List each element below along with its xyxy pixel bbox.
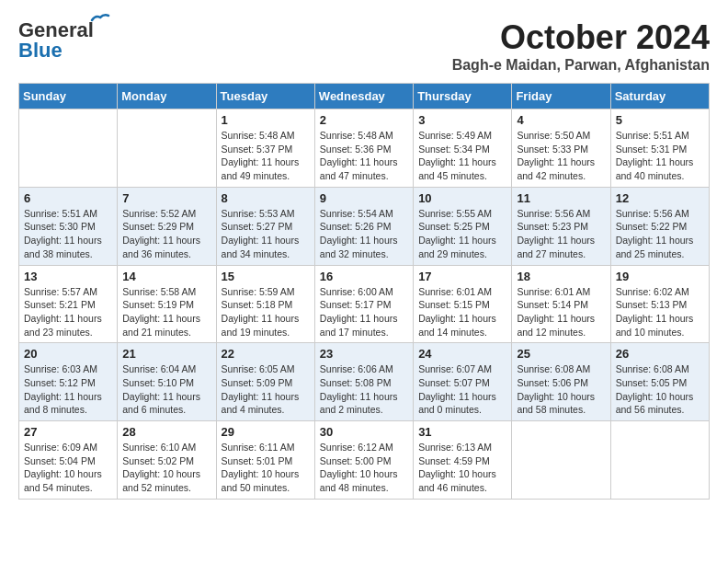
page-header: General Blue October 2024 Bagh-e Maidan,…: [18, 18, 710, 74]
day-info: Sunrise: 5:56 AM Sunset: 5:23 PM Dayligh…: [517, 207, 605, 261]
day-number: 15: [222, 270, 310, 283]
day-number: 18: [517, 270, 605, 283]
day-number: 14: [122, 270, 210, 283]
day-number: 5: [616, 113, 704, 127]
calendar-cell: [19, 109, 118, 188]
day-info: Sunrise: 5:51 AM Sunset: 5:31 PM Dayligh…: [616, 129, 704, 183]
day-info: Sunrise: 5:56 AM Sunset: 5:22 PM Dayligh…: [616, 207, 704, 261]
day-number: 12: [616, 191, 704, 205]
calendar-cell: 31Sunrise: 6:13 AM Sunset: 4:59 PM Dayli…: [414, 421, 512, 500]
calendar-cell: 16Sunrise: 6:00 AM Sunset: 5:17 PM Dayli…: [314, 265, 413, 343]
day-number: 26: [616, 347, 704, 361]
day-number: 22: [222, 347, 310, 361]
day-number: 21: [122, 347, 210, 361]
calendar-cell: 21Sunrise: 6:04 AM Sunset: 5:10 PM Dayli…: [118, 343, 216, 421]
day-info: Sunrise: 6:08 AM Sunset: 5:06 PM Dayligh…: [517, 362, 605, 417]
day-number: 29: [222, 425, 310, 439]
calendar-cell: 6Sunrise: 5:51 AM Sunset: 5:30 PM Daylig…: [19, 187, 118, 265]
location: Bagh-e Maidan, Parwan, Afghanistan: [452, 57, 710, 74]
day-info: Sunrise: 6:07 AM Sunset: 5:07 PM Dayligh…: [418, 362, 506, 417]
weekday-header: Sunday: [19, 84, 118, 109]
calendar-cell: 1Sunrise: 5:48 AM Sunset: 5:37 PM Daylig…: [216, 109, 314, 188]
day-number: 13: [24, 270, 112, 283]
title-block: October 2024 Bagh-e Maidan, Parwan, Afgh…: [452, 18, 710, 74]
calendar-cell: 24Sunrise: 6:07 AM Sunset: 5:07 PM Dayli…: [414, 343, 512, 421]
calendar-cell: 2Sunrise: 5:48 AM Sunset: 5:36 PM Daylig…: [314, 109, 413, 188]
day-number: 17: [418, 270, 506, 283]
calendar-cell: [118, 109, 216, 188]
day-number: 6: [24, 191, 112, 205]
day-info: Sunrise: 6:12 AM Sunset: 5:00 PM Dayligh…: [320, 441, 408, 495]
day-info: Sunrise: 5:48 AM Sunset: 5:37 PM Dayligh…: [222, 129, 310, 183]
day-info: Sunrise: 6:09 AM Sunset: 5:04 PM Dayligh…: [24, 441, 112, 495]
day-number: 24: [418, 347, 506, 361]
calendar-cell: [610, 421, 709, 500]
calendar-cell: 23Sunrise: 6:06 AM Sunset: 5:08 PM Dayli…: [314, 343, 413, 421]
weekday-header: Saturday: [610, 84, 709, 109]
day-number: 27: [24, 425, 112, 439]
day-number: 8: [222, 191, 310, 205]
calendar-week-row: 1Sunrise: 5:48 AM Sunset: 5:37 PM Daylig…: [19, 109, 710, 188]
day-number: 16: [320, 270, 408, 283]
day-number: 1: [222, 113, 310, 127]
day-number: 28: [122, 425, 210, 439]
day-info: Sunrise: 5:53 AM Sunset: 5:27 PM Dayligh…: [222, 207, 310, 261]
calendar-cell: 26Sunrise: 6:08 AM Sunset: 5:05 PM Dayli…: [610, 343, 709, 421]
day-info: Sunrise: 6:11 AM Sunset: 5:01 PM Dayligh…: [222, 441, 310, 495]
day-number: 10: [418, 191, 506, 205]
weekday-header: Wednesday: [314, 84, 413, 109]
calendar-cell: 19Sunrise: 6:02 AM Sunset: 5:13 PM Dayli…: [610, 265, 709, 343]
day-number: 31: [418, 425, 506, 439]
calendar-cell: 12Sunrise: 5:56 AM Sunset: 5:22 PM Dayli…: [610, 187, 709, 265]
day-info: Sunrise: 6:05 AM Sunset: 5:09 PM Dayligh…: [222, 362, 310, 417]
calendar-cell: 3Sunrise: 5:49 AM Sunset: 5:34 PM Daylig…: [414, 109, 512, 188]
day-info: Sunrise: 6:02 AM Sunset: 5:13 PM Dayligh…: [616, 285, 704, 339]
day-info: Sunrise: 6:01 AM Sunset: 5:14 PM Dayligh…: [517, 285, 605, 339]
day-number: 3: [418, 113, 506, 127]
day-number: 4: [517, 113, 605, 127]
calendar-table: SundayMondayTuesdayWednesdayThursdayFrid…: [18, 83, 710, 500]
calendar-cell: 13Sunrise: 5:57 AM Sunset: 5:21 PM Dayli…: [19, 265, 118, 343]
calendar-header-row: SundayMondayTuesdayWednesdayThursdayFrid…: [19, 84, 710, 109]
weekday-header: Friday: [512, 84, 610, 109]
day-info: Sunrise: 5:54 AM Sunset: 5:26 PM Dayligh…: [320, 207, 408, 261]
calendar-cell: 18Sunrise: 6:01 AM Sunset: 5:14 PM Dayli…: [512, 265, 610, 343]
calendar-cell: 14Sunrise: 5:58 AM Sunset: 5:19 PM Dayli…: [118, 265, 216, 343]
day-info: Sunrise: 6:06 AM Sunset: 5:08 PM Dayligh…: [320, 362, 408, 417]
weekday-header: Monday: [118, 84, 216, 109]
calendar-cell: 22Sunrise: 6:05 AM Sunset: 5:09 PM Dayli…: [216, 343, 314, 421]
day-number: 30: [320, 425, 408, 439]
weekday-header: Thursday: [414, 84, 512, 109]
calendar-week-row: 27Sunrise: 6:09 AM Sunset: 5:04 PM Dayli…: [19, 421, 710, 500]
logo-bird-icon: [90, 13, 110, 28]
calendar-cell: [512, 421, 610, 500]
calendar-cell: 30Sunrise: 6:12 AM Sunset: 5:00 PM Dayli…: [314, 421, 413, 500]
day-info: Sunrise: 6:00 AM Sunset: 5:17 PM Dayligh…: [320, 285, 408, 339]
day-info: Sunrise: 6:04 AM Sunset: 5:10 PM Dayligh…: [122, 362, 210, 417]
calendar-cell: 8Sunrise: 5:53 AM Sunset: 5:27 PM Daylig…: [216, 187, 314, 265]
day-number: 20: [24, 347, 112, 361]
calendar-cell: 25Sunrise: 6:08 AM Sunset: 5:06 PM Dayli…: [512, 343, 610, 421]
day-info: Sunrise: 5:49 AM Sunset: 5:34 PM Dayligh…: [418, 129, 506, 183]
day-info: Sunrise: 6:03 AM Sunset: 5:12 PM Dayligh…: [24, 362, 112, 417]
month-title: October 2024: [452, 18, 710, 57]
calendar-cell: 11Sunrise: 5:56 AM Sunset: 5:23 PM Dayli…: [512, 187, 610, 265]
calendar-week-row: 20Sunrise: 6:03 AM Sunset: 5:12 PM Dayli…: [19, 343, 710, 421]
calendar-cell: 10Sunrise: 5:55 AM Sunset: 5:25 PM Dayli…: [414, 187, 512, 265]
day-info: Sunrise: 5:57 AM Sunset: 5:21 PM Dayligh…: [24, 285, 112, 339]
calendar-cell: 7Sunrise: 5:52 AM Sunset: 5:29 PM Daylig…: [118, 187, 216, 265]
day-info: Sunrise: 5:52 AM Sunset: 5:29 PM Dayligh…: [122, 207, 210, 261]
day-info: Sunrise: 6:13 AM Sunset: 4:59 PM Dayligh…: [418, 441, 506, 495]
calendar-week-row: 6Sunrise: 5:51 AM Sunset: 5:30 PM Daylig…: [19, 187, 710, 265]
day-number: 23: [320, 347, 408, 361]
calendar-cell: 15Sunrise: 5:59 AM Sunset: 5:18 PM Dayli…: [216, 265, 314, 343]
calendar-cell: 4Sunrise: 5:50 AM Sunset: 5:33 PM Daylig…: [512, 109, 610, 188]
day-info: Sunrise: 6:01 AM Sunset: 5:15 PM Dayligh…: [418, 285, 506, 339]
day-info: Sunrise: 6:08 AM Sunset: 5:05 PM Dayligh…: [616, 362, 704, 417]
calendar-cell: 29Sunrise: 6:11 AM Sunset: 5:01 PM Dayli…: [216, 421, 314, 500]
calendar-cell: 5Sunrise: 5:51 AM Sunset: 5:31 PM Daylig…: [610, 109, 709, 188]
logo: General Blue: [18, 18, 94, 63]
day-info: Sunrise: 5:59 AM Sunset: 5:18 PM Dayligh…: [222, 285, 310, 339]
day-number: 2: [320, 113, 408, 127]
day-number: 11: [517, 191, 605, 205]
